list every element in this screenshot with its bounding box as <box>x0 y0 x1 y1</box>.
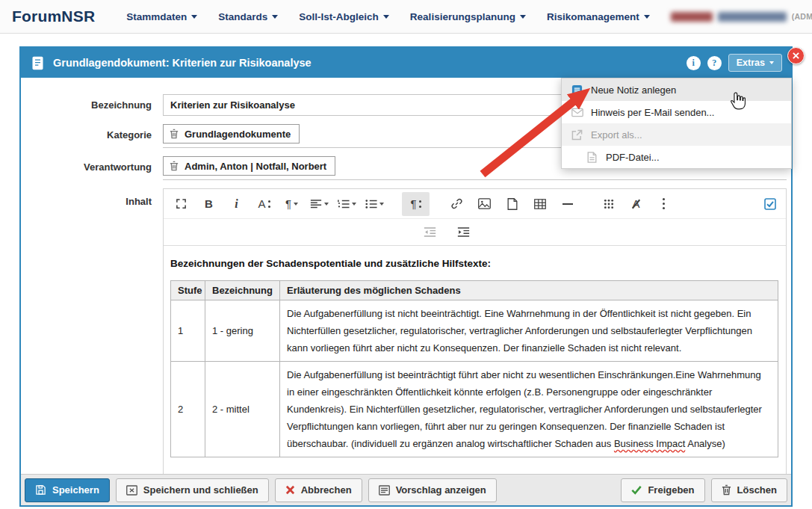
editor-toolbar-row2 <box>164 219 786 246</box>
cancel-icon <box>285 485 295 495</box>
header-actions: i ? Extras <box>687 54 782 72</box>
chevron-down-icon <box>383 15 389 19</box>
editor-content[interactable]: Bezeichnungen der Schadenspotentiale und… <box>164 246 786 457</box>
chevron-down-icon <box>294 203 298 206</box>
info-button[interactable]: i <box>687 56 701 70</box>
insert-link-button[interactable] <box>443 192 471 216</box>
insert-table-button[interactable] <box>526 192 554 216</box>
clear-formatting-button[interactable]: A <box>622 192 650 216</box>
tag-label: Grundlagendokumente <box>185 129 291 140</box>
cell-bezeichnung: 1 - gering <box>205 300 280 362</box>
release-button[interactable]: Freigeben <box>621 478 704 502</box>
cell-erlaeuterung: Die Aufgabenerfüllung ist beeinträchtigt… <box>280 362 778 457</box>
outdent-button[interactable] <box>416 220 444 244</box>
dialog-header: Grundlagendokument: Kriterien zur Risiko… <box>21 48 791 78</box>
insert-file-button[interactable] <box>498 192 526 216</box>
suggestion-icon <box>379 485 390 496</box>
content-heading: Bezeichnungen der Schadenspotentiale und… <box>170 258 778 269</box>
nav-item-label: Soll-Ist-Abgleich <box>299 11 379 22</box>
top-navigation: ForumNSR Stammdaten Standards Soll-Ist-A… <box>0 0 812 34</box>
nav-item-stammdaten[interactable]: Stammdaten <box>126 11 197 22</box>
menu-item-neue-notiz-anlegen[interactable]: Neue Notiz anlegen <box>562 78 791 101</box>
app-logo[interactable]: ForumNSR <box>12 7 95 25</box>
header-cell-stufe: Stufe <box>171 281 205 300</box>
chevron-down-icon <box>769 61 774 64</box>
button-label: Vorschlag anzeigen <box>396 484 486 496</box>
remove-tag-icon[interactable] <box>170 161 179 171</box>
check-icon <box>631 485 642 495</box>
tag-label: Admin, Anton | Notfall, Norbert <box>185 161 326 172</box>
indent-button[interactable] <box>450 220 477 244</box>
cell-stufe: 2 <box>171 362 205 457</box>
button-label: Freigeben <box>648 484 694 496</box>
menu-item-pdf-datei[interactable]: PDF-Datei... <box>562 146 791 168</box>
fullscreen-button[interactable] <box>167 192 195 216</box>
font-size-button[interactable]: A <box>250 192 278 216</box>
help-button[interactable]: ? <box>707 56 722 70</box>
save-close-icon <box>126 485 137 496</box>
extras-label: Extras <box>737 58 765 68</box>
email-icon <box>571 108 583 117</box>
menu-item-hinweis-per-email[interactable]: Hinweis per E-Mail senden... <box>562 101 791 123</box>
field-label: Kategorie <box>21 124 163 141</box>
field-label: Inhalt <box>21 188 163 207</box>
paragraph-format-button[interactable]: ¶ <box>278 192 306 216</box>
kategorie-tag: Grundlagendokumente <box>163 124 300 144</box>
show-suggestion-button[interactable]: Vorschlag anzeigen <box>368 478 497 502</box>
table-row: 1 1 - gering Die Aufgabenerfüllung ist n… <box>171 300 778 362</box>
close-button[interactable] <box>787 47 805 64</box>
app-root: ForumNSR Stammdaten Standards Soll-Ist-A… <box>0 0 812 509</box>
paragraph-style-button[interactable]: ¶ <box>402 192 430 216</box>
delete-button[interactable]: Löschen <box>711 478 787 502</box>
menu-item-label: Neue Notiz anlegen <box>591 84 676 96</box>
user-menu[interactable]: (ADMINISTRATOR) <box>671 12 812 22</box>
document-icon <box>30 55 46 71</box>
chevron-down-icon <box>644 15 650 19</box>
special-characters-button[interactable] <box>595 192 622 216</box>
nav-item-standards[interactable]: Standards <box>218 11 278 22</box>
cancel-button[interactable]: Abbrechen <box>275 478 362 502</box>
chevron-down-icon <box>352 203 356 206</box>
menu-item-export-als[interactable]: Export als... <box>562 123 791 146</box>
button-label: Abbrechen <box>301 484 352 496</box>
more-options-button[interactable] <box>650 192 678 216</box>
header-cell-erlaeuterung: Erläuterung des möglichen Schadens <box>280 281 778 300</box>
menu-item-label: Hinweis per E-Mail senden... <box>591 107 714 118</box>
editor-toolbar: B i A ¶ <box>164 189 786 219</box>
chevron-down-icon <box>191 15 197 19</box>
form-row-inhalt: Inhalt B i A ¶ <box>21 188 787 481</box>
editor-checkbox[interactable] <box>764 198 776 210</box>
trash-icon <box>722 484 731 496</box>
horizontal-line-button[interactable] <box>554 192 581 216</box>
nav-item-label: Stammdaten <box>126 11 187 22</box>
save-button[interactable]: Speichern <box>25 478 110 502</box>
cell-bezeichnung: 2 - mittel <box>205 362 280 457</box>
chevron-down-icon <box>520 15 526 19</box>
align-button[interactable] <box>306 192 333 216</box>
remove-tag-icon[interactable] <box>170 129 179 139</box>
button-label: Löschen <box>737 484 777 496</box>
header-cell-bezeichnung: Bezeichnung <box>205 281 280 300</box>
export-icon <box>571 129 583 141</box>
nav-item-soll-ist-abgleich[interactable]: Soll-Ist-Abgleich <box>299 11 389 22</box>
italic-button[interactable]: i <box>223 192 250 216</box>
save-and-close-button[interactable]: Speichern und schließen <box>116 478 269 502</box>
bold-button[interactable]: B <box>195 192 223 216</box>
brand-nsr: NSR <box>61 7 95 25</box>
field-label: Verantwortung <box>21 156 163 173</box>
nav-item-risikomanagement[interactable]: Risikomanagement <box>547 11 650 22</box>
nav-item-realisierungsplanung[interactable]: Realisierungsplanung <box>410 11 526 22</box>
table-header-row: Stufe Bezeichnung Erläuterung des möglic… <box>171 281 778 300</box>
button-label: Speichern und schließen <box>143 484 258 496</box>
menu-item-label: Export als... <box>591 129 642 141</box>
nav-item-label: Realisierungsplanung <box>410 11 515 22</box>
nav-item-label: Risikomanagement <box>547 11 639 22</box>
brand-forum: Forum <box>12 7 61 25</box>
insert-image-button[interactable] <box>471 192 498 216</box>
ordered-list-button[interactable] <box>333 192 361 216</box>
cell-stufe: 1 <box>171 300 205 362</box>
redacted-username <box>671 12 713 22</box>
unordered-list-button[interactable] <box>361 192 388 216</box>
redacted-username <box>718 12 787 22</box>
extras-button[interactable]: Extras <box>728 54 782 72</box>
